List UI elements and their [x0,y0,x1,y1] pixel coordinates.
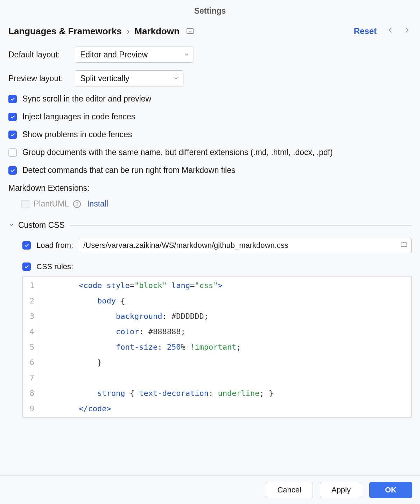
reset-link[interactable]: Reset [354,26,377,36]
css-rules-editor[interactable]: 123 456 789 <code style="block" lang="cs… [22,276,412,418]
preview-layout-select[interactable]: Split vertically [75,70,183,86]
cancel-button[interactable]: Cancel [266,482,313,498]
default-layout-value: Editor and Preview [80,50,148,59]
breadcrumb-separator: › [127,26,130,37]
load-from-checkbox[interactable] [22,241,31,250]
apply-button[interactable]: Apply [320,482,362,498]
group-documents-checkbox[interactable] [8,148,17,157]
default-layout-select[interactable]: Editor and Preview [75,47,194,63]
breadcrumb-group[interactable]: Languages & Frameworks [8,26,122,37]
breadcrumb: Languages & Frameworks › Markdown [8,26,354,37]
sync-scroll-checkbox[interactable] [8,95,17,103]
show-problems-checkbox[interactable] [8,131,17,139]
group-documents-label: Group documents with the same name, but … [22,148,333,157]
preview-layout-value: Split vertically [80,74,130,83]
editor-gutter: 123 456 789 [23,276,38,417]
help-icon[interactable]: ? [73,200,81,208]
preview-layout-label: Preview layout: [8,74,75,83]
inject-languages-checkbox[interactable] [8,113,17,121]
nav-forward-icon[interactable] [402,26,412,37]
nav-back-icon[interactable] [386,26,395,37]
load-from-value: /Users/varvara.zaikina/WS/markdown/githu… [83,241,288,250]
plantuml-checkbox [21,200,29,208]
extensions-label: Markdown Extensions: [8,183,412,193]
detect-commands-checkbox[interactable] [8,166,17,175]
folder-icon[interactable] [400,240,408,250]
css-rules-checkbox[interactable] [22,262,31,271]
load-from-input[interactable]: /Users/varvara.zaikina/WS/markdown/githu… [79,238,412,253]
preview-split-icon [187,28,194,34]
detect-commands-label: Detect commands that can be run right fr… [22,166,235,175]
editor-code[interactable]: <code style="block" lang="css"> body { b… [38,276,273,417]
chevron-down-icon [173,74,179,83]
chevron-down-icon [8,220,15,230]
custom-css-title: Custom CSS [18,220,65,230]
chevron-down-icon [184,50,189,59]
load-from-label: Load from: [36,241,73,250]
window-title: Settings [0,0,420,19]
default-layout-label: Default layout: [8,50,75,59]
sync-scroll-label: Sync scroll in the editor and preview [22,94,151,104]
inject-languages-label: Inject languages in code fences [22,112,135,121]
custom-css-section-toggle[interactable]: Custom CSS [8,220,412,230]
plantuml-install-link[interactable]: Install [87,199,108,209]
css-rules-label: CSS rules: [36,262,73,271]
plantuml-label: PlantUML [34,199,69,209]
ok-button[interactable]: OK [369,482,412,498]
show-problems-label: Show problems in code fences [22,130,132,139]
breadcrumb-page: Markdown [134,26,180,37]
